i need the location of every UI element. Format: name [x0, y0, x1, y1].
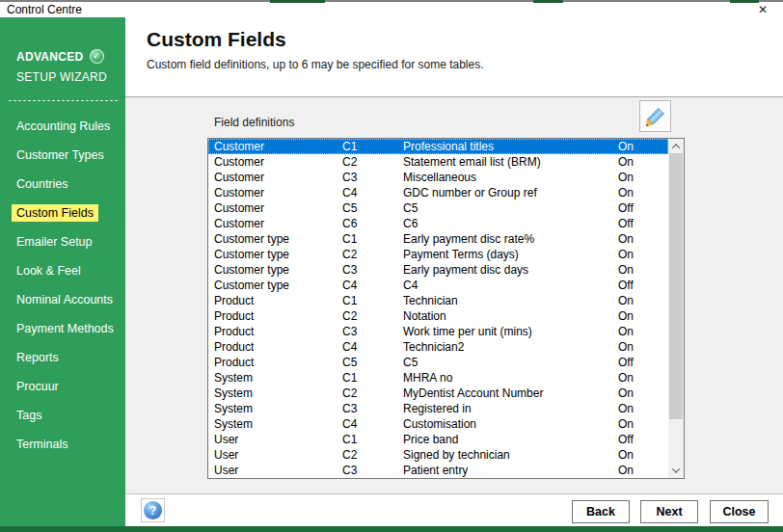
cell-table: Customer type	[214, 278, 342, 293]
table-row[interactable]: User C2 Signed by technician On	[208, 447, 668, 463]
pencil-icon	[645, 106, 666, 127]
cell-description: Price band	[403, 432, 618, 447]
sidebar-item-payment-methods[interactable]: Payment Methods	[0, 314, 125, 343]
page-header: Custom Fields Custom field definitions, …	[125, 17, 783, 97]
window-top-border	[0, 0, 783, 2]
cell-description: Work time per unit (mins)	[403, 324, 618, 339]
cell-code: C4	[342, 278, 403, 293]
table-row[interactable]: Customer C3 Miscellaneous On	[208, 170, 668, 185]
cell-status: On	[618, 339, 668, 355]
cell-table: Customer type	[214, 262, 342, 278]
cell-description: Payment Terms (days)	[403, 247, 618, 262]
cell-table: System	[214, 416, 342, 432]
cell-status: On	[618, 139, 668, 154]
back-button[interactable]: Back	[572, 500, 630, 523]
table-row[interactable]: Product C4 Technician2 On	[208, 339, 668, 355]
sidebar-item-label: Procuur	[16, 380, 59, 393]
table-row[interactable]: Customer C5 C5 Off	[208, 200, 668, 216]
cell-status: On	[618, 386, 668, 401]
sidebar-item-reports[interactable]: Reports	[0, 343, 125, 372]
edit-field-button[interactable]	[639, 100, 671, 132]
sidebar-item-terminals[interactable]: Terminals	[0, 430, 125, 459]
cell-code: C4	[342, 185, 403, 200]
cell-table: Customer type	[214, 247, 342, 262]
cell-table: Product	[214, 308, 342, 324]
cell-description: Technician2	[403, 339, 618, 355]
sidebar-item-accounting-rules[interactable]: Accounting Rules	[0, 112, 125, 141]
table-row[interactable]: Customer C6 C6 Off	[208, 216, 668, 231]
scrollbar-thumb[interactable]	[669, 153, 683, 419]
table-row[interactable]: Customer C4 GDC number or Group ref On	[208, 185, 668, 200]
sidebar-item-emailer-setup[interactable]: Emailer Setup	[0, 227, 125, 256]
cell-description: MHRA no	[403, 370, 618, 386]
cell-table: System	[214, 370, 342, 386]
table-row[interactable]: Customer type C2 Payment Terms (days) On	[208, 247, 668, 262]
table-row[interactable]: System C4 Customisation On	[208, 416, 668, 432]
scrollbar[interactable]	[668, 139, 684, 478]
cell-description: MyDentist Account Number	[403, 386, 618, 401]
table-row[interactable]: Product C1 Technician On	[208, 293, 668, 308]
cell-table: System	[214, 401, 342, 416]
sidebar-item-custom-fields[interactable]: Custom Fields	[0, 199, 125, 227]
cell-code: C2	[342, 154, 403, 170]
sidebar: ADVANCED ✓ SETUP WIZARD Accounting Rules…	[0, 17, 125, 526]
table-row[interactable]: Customer type C1 Early payment disc rate…	[208, 231, 668, 247]
cell-code: C4	[342, 416, 403, 432]
table-row[interactable]: Customer type C3 Early payment disc days…	[208, 262, 668, 278]
table-row[interactable]: Product C2 Notation On	[208, 308, 668, 324]
check-circle-icon: ✓	[90, 49, 104, 64]
table-row[interactable]: Customer C2 Statement email list (BRM) O…	[208, 154, 668, 170]
cell-status: On	[618, 463, 668, 478]
help-button[interactable]: ?	[141, 498, 165, 522]
table-row[interactable]: System C3 Registered in On	[208, 401, 668, 416]
cell-table: Product	[214, 293, 342, 308]
cell-code: C1	[342, 432, 403, 447]
advanced-badge: ADVANCED ✓	[16, 49, 125, 64]
scrollbar-down-icon[interactable]	[668, 463, 684, 478]
table-row[interactable]: Customer type C4 C4 Off	[208, 278, 668, 293]
field-definitions-list: Customer C1 Professional titles On Custo…	[208, 139, 668, 478]
cell-table: System	[214, 386, 342, 401]
next-button[interactable]: Next	[640, 500, 698, 523]
table-row[interactable]: System C2 MyDentist Account Number On	[208, 386, 668, 401]
cell-description: C4	[403, 278, 618, 293]
sidebar-item-tags[interactable]: Tags	[0, 401, 125, 430]
sidebar-item-nominal-accounts[interactable]: Nominal Accounts	[0, 285, 125, 314]
page-subtitle: Custom field definitions, up to 6 may be…	[147, 58, 484, 71]
cell-table: Customer	[214, 154, 342, 170]
window-title: Control Centre	[7, 3, 82, 16]
cell-code: C2	[342, 447, 403, 463]
cell-code: C3	[342, 262, 403, 278]
cell-description: C5	[403, 200, 618, 216]
cell-description: Technician	[403, 293, 618, 308]
cell-table: Customer	[214, 185, 342, 200]
cell-table: Customer type	[214, 231, 342, 247]
close-button[interactable]: Close	[710, 500, 769, 523]
cell-code: C1	[342, 139, 403, 154]
scrollbar-up-icon[interactable]	[668, 139, 684, 154]
sidebar-item-procuur[interactable]: Procuur	[0, 372, 125, 401]
sidebar-item-label: Accounting Rules	[16, 120, 110, 133]
field-definitions-listbox[interactable]: Customer C1 Professional titles On Custo…	[207, 138, 685, 479]
table-row[interactable]: User C3 Patient entry On	[208, 463, 668, 478]
sidebar-item-countries[interactable]: Countries	[0, 170, 125, 199]
sidebar-item-look-feel[interactable]: Look & Feel	[0, 256, 125, 285]
window-close-button[interactable]: ✕	[754, 2, 771, 17]
top-edge-artifact	[533, 0, 563, 3]
table-row[interactable]: Product C5 C5 Off	[208, 355, 668, 370]
sidebar-item-label: Look & Feel	[16, 264, 81, 278]
table-row[interactable]: Customer C1 Professional titles On	[208, 139, 668, 154]
cell-status: On	[618, 447, 668, 463]
table-row[interactable]: System C1 MHRA no On	[208, 370, 668, 386]
cell-code: C3	[342, 463, 403, 478]
sidebar-item-label: Customer Types	[16, 148, 104, 162]
sidebar-item-label: Countries	[16, 177, 68, 191]
cell-description: Registered in	[403, 401, 618, 416]
table-row[interactable]: Product C3 Work time per unit (mins) On	[208, 324, 668, 339]
sidebar-item-label: Reports	[16, 351, 59, 364]
sidebar-item-customer-types[interactable]: Customer Types	[0, 141, 125, 170]
cell-status: On	[618, 262, 668, 278]
cell-code: C3	[342, 170, 403, 185]
cell-status: On	[618, 324, 668, 339]
table-row[interactable]: User C1 Price band Off	[208, 432, 668, 447]
